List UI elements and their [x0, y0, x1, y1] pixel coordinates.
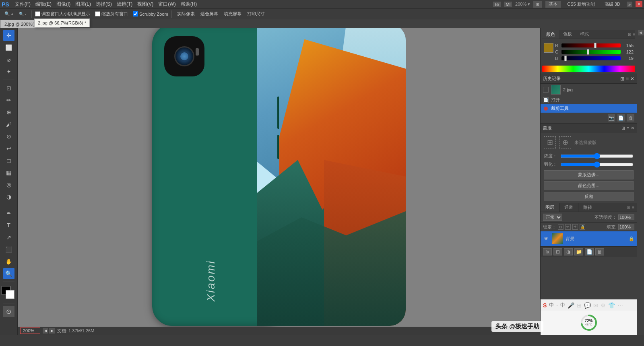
workspace-new-features[interactable]: CS5 新增功能	[564, 1, 598, 8]
layer-adjust-btn[interactable]: ◑	[564, 248, 573, 255]
red-thumb[interactable]	[594, 43, 597, 48]
sougou-grid[interactable]: ⊞	[577, 302, 582, 309]
mask-icon-close[interactable]: ✕	[631, 126, 634, 131]
mask-icon-expand[interactable]: ⊞	[621, 126, 625, 131]
expand-icon[interactable]: ⊞	[628, 32, 631, 37]
menu-help[interactable]: 帮助(H)	[178, 0, 200, 8]
blue-track[interactable]	[561, 56, 621, 60]
bridge-btn[interactable]: Br	[493, 2, 501, 7]
lock-transparent-btn[interactable]: ⊡	[558, 224, 564, 230]
sougou-icon6[interactable]: ⋯	[617, 302, 623, 309]
zoom-level-box[interactable]: 200%	[20, 327, 40, 334]
print-size-btn[interactable]: 打印尺寸	[245, 10, 267, 18]
menu-filter[interactable]: 滤镜(T)	[114, 0, 135, 8]
quick-mask-btn[interactable]: ⊙	[3, 306, 14, 317]
crop-tool[interactable]: ⊡	[3, 82, 14, 94]
layer-row-bg[interactable]: 👁 背景 🔒	[541, 231, 637, 246]
lock-all-btn[interactable]: 🔒	[580, 224, 585, 230]
magic-wand-tool[interactable]: ✦	[3, 66, 14, 77]
history-item-2[interactable]: 📄 打开	[541, 96, 637, 104]
eraser-tool[interactable]: ◻	[3, 155, 14, 166]
close-app-btn[interactable]: ✕	[636, 1, 642, 7]
resize-windows-checkbox[interactable]	[35, 11, 40, 16]
layers-menu-icon[interactable]: ≡	[632, 205, 634, 210]
lasso-tool[interactable]: ⌀	[3, 54, 14, 65]
tab-styles[interactable]: 样式	[576, 30, 593, 39]
menu-select[interactable]: 选择(S)	[93, 0, 114, 8]
selection-tool[interactable]: ⬜	[3, 42, 14, 53]
history-new-doc-btn[interactable]: 📄	[617, 114, 625, 122]
history-icon-3[interactable]: ✕	[630, 76, 634, 82]
panel-menu-icon[interactable]: ≡	[633, 32, 635, 37]
gradient-tool[interactable]: ▦	[3, 167, 14, 178]
extend-btn[interactable]: »	[627, 2, 632, 7]
layers-tab-channels[interactable]: 通道	[559, 203, 578, 212]
blue-thumb[interactable]	[564, 56, 567, 61]
layer-fx-btn[interactable]: fx	[543, 248, 552, 255]
nav-left[interactable]: ◀	[43, 328, 48, 334]
healing-brush[interactable]: ⊕	[3, 107, 14, 118]
history-item-1[interactable]: 2.jpg	[541, 84, 637, 96]
layer-group-btn[interactable]: 📁	[574, 248, 583, 255]
nav-right[interactable]: ▶	[49, 328, 55, 334]
eyedropper-tool[interactable]: ✏	[3, 95, 14, 106]
invert-btn[interactable]: 反相	[544, 192, 634, 201]
zoom-all-checkbox[interactable]	[95, 11, 100, 16]
zoom-all-option[interactable]: 缩放所有窗口	[95, 11, 128, 17]
menu-edit[interactable]: 编辑(E)	[33, 0, 54, 8]
zoom-in-btn[interactable]: 🔍 +	[2, 10, 15, 17]
history-item-3[interactable]: 裁剪工具	[541, 104, 637, 113]
actual-pixels-btn[interactable]: 实际像素	[175, 10, 197, 18]
resize-windows-option[interactable]: 调整窗口大小以满屏显示	[35, 11, 90, 17]
tab-color[interactable]: 颜色	[542, 30, 559, 39]
menu-layer[interactable]: 图层(L)	[73, 0, 93, 8]
lock-pixels-btn[interactable]: ✏	[565, 224, 571, 230]
tab-swatches[interactable]: 色板	[559, 30, 576, 39]
hand-tool[interactable]: ✋	[3, 256, 14, 267]
zoom-tool[interactable]: 🔍	[3, 268, 14, 279]
green-thumb[interactable]	[587, 49, 589, 55]
sougou-icon3[interactable]: ✉	[593, 302, 598, 309]
add-vector-mask-icon[interactable]: ⊕	[559, 136, 571, 148]
current-color-swatch[interactable]	[544, 43, 553, 53]
text-tool[interactable]: T	[3, 220, 14, 231]
density-slider[interactable]	[560, 154, 634, 159]
blur-tool[interactable]: ◎	[3, 179, 14, 190]
menu-file[interactable]: 文件(F)	[12, 0, 33, 8]
history-delete-btn[interactable]: 🗑	[627, 114, 634, 122]
history-brush[interactable]: ↩	[3, 143, 14, 154]
move-tool[interactable]: ✛	[3, 30, 14, 41]
history-expand[interactable]: ≡	[626, 76, 629, 82]
layer-delete-btn[interactable]: 🗑	[595, 248, 604, 255]
mask-icon-menu[interactable]: ≡	[627, 126, 629, 131]
menu-view[interactable]: 视图(V)	[135, 0, 156, 8]
sougou-icon5[interactable]: 👕	[608, 302, 615, 309]
blend-mode-select[interactable]: 正常	[543, 214, 562, 221]
dodge-tool[interactable]: ◑	[3, 191, 14, 202]
fit-screen-btn[interactable]: 适合屏幕	[198, 10, 220, 18]
sougou-icon4[interactable]: ⚙	[601, 302, 606, 309]
red-track[interactable]	[561, 43, 621, 47]
history-snapshot-btn[interactable]: 📷	[608, 114, 615, 122]
layers-tab-layers[interactable]: 图层	[541, 203, 559, 212]
layout-options[interactable]: ⊞	[533, 1, 542, 8]
path-selection[interactable]: ↗	[3, 232, 14, 243]
sougou-mic[interactable]: 🎤	[568, 302, 574, 309]
fill-input[interactable]	[618, 224, 634, 230]
mini-bridge-btn[interactable]: Ml	[504, 2, 512, 7]
zoom-out-btn[interactable]: 🔍 -	[17, 11, 28, 17]
add-pixel-mask-icon[interactable]: ⊞	[544, 136, 556, 148]
pen-tool[interactable]: ✒	[3, 208, 14, 219]
workspace-basic[interactable]: 基本	[545, 1, 561, 8]
menu-window[interactable]: 窗口(W)	[156, 0, 178, 8]
history-checkbox-2[interactable]: 📄	[543, 97, 549, 103]
color-range-btn[interactable]: 颜色范围...	[544, 181, 634, 190]
green-track[interactable]	[561, 50, 621, 54]
feather-slider[interactable]	[560, 162, 634, 167]
history-icon-1[interactable]: ⊞	[620, 76, 624, 82]
layers-tab-paths[interactable]: 路径	[578, 203, 597, 212]
opacity-input[interactable]	[618, 214, 634, 220]
shape-tool[interactable]: ⬛	[3, 244, 14, 255]
menu-image[interactable]: 图像(I)	[54, 0, 73, 8]
layer-mask-btn[interactable]: ⊡	[553, 248, 562, 255]
